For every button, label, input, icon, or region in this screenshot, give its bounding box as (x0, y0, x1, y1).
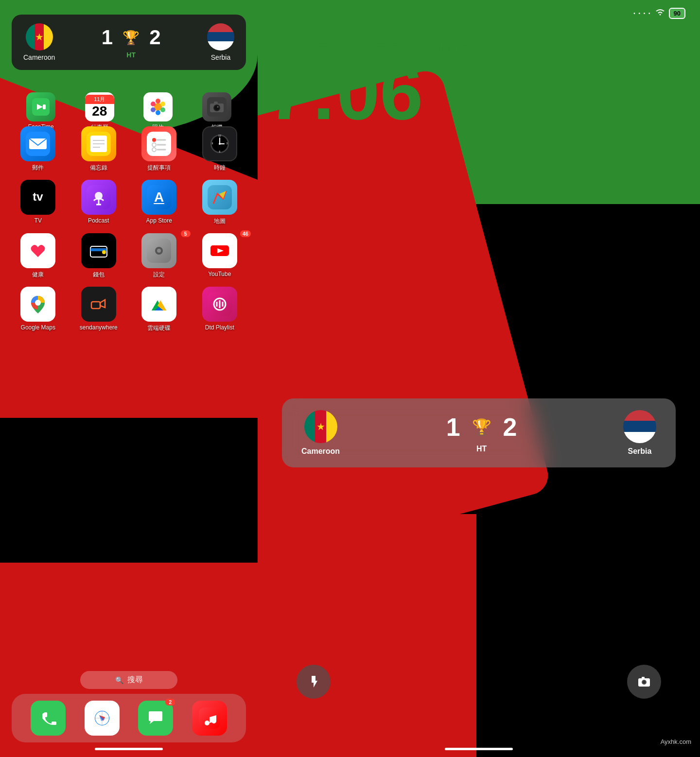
svg-point-24 (152, 138, 156, 142)
svg-point-86 (205, 721, 210, 725)
messages-icon: 2 (138, 701, 173, 736)
mail-icon (20, 126, 55, 161)
safari-dock-item[interactable] (85, 701, 120, 736)
lock-serbia-flag (623, 410, 656, 443)
app-notes[interactable]: 備忘錄 (70, 126, 127, 172)
music-dock-item[interactable] (192, 701, 227, 736)
svg-point-6 (160, 107, 165, 112)
flashlight-button[interactable] (297, 665, 331, 699)
svg-point-35 (219, 143, 221, 145)
app-reminders[interactable]: 提醒事項 (131, 126, 188, 172)
phone-dock-item[interactable] (31, 701, 66, 736)
svg-rect-76 (37, 707, 59, 729)
lock-score2: 2 (503, 413, 517, 442)
mail-label: 郵件 (32, 164, 44, 172)
svg-rect-91 (642, 677, 645, 679)
right-bg-red2 (258, 514, 476, 757)
svg-rect-49 (208, 185, 232, 209)
svg-point-4 (156, 99, 160, 103)
camera-icon-app (202, 92, 231, 121)
photos-icon (143, 92, 173, 121)
lock-score1: 1 (446, 413, 460, 442)
score-widget[interactable]: Cameroon 1 🏆 2 HT Serbia (12, 15, 246, 70)
svg-text:9: 9 (211, 142, 213, 145)
app-health[interactable]: 健康 (10, 233, 67, 279)
status-bar: • • • • 90 (633, 8, 685, 19)
maps-icon (202, 180, 237, 215)
app-wallet[interactable]: 錢包 (70, 233, 127, 279)
app-googlemaps[interactable]: Google Maps (10, 287, 67, 332)
messages-dock-item[interactable]: 2 (138, 701, 173, 736)
score-numbers: 1 🏆 2 (102, 26, 161, 49)
podcast-label: Podcast (88, 217, 109, 224)
app-tv[interactable]: tv TV (10, 180, 67, 225)
appstore-icon: A (141, 180, 176, 215)
bottom-dock: 2 (12, 694, 246, 742)
camera-dock-item[interactable]: 相機 (202, 92, 231, 132)
clock-icon: 12369 (202, 126, 237, 161)
app-podcast[interactable]: Podcast (70, 180, 127, 225)
app-sendanywhere[interactable]: sendanywhere (70, 287, 127, 332)
app-maps[interactable]: 地圖 (192, 180, 248, 225)
serbia-flag (207, 23, 234, 51)
settings-label: 設定 (153, 271, 165, 279)
watermark: Ayxhk.com (657, 736, 695, 747)
lock-team2-name: Serbia (628, 447, 652, 456)
svg-rect-23 (147, 132, 171, 156)
music-icon (192, 701, 227, 736)
svg-point-14 (217, 106, 218, 108)
calendar-dock-item[interactable]: 11月 28 行事曆 (85, 92, 114, 132)
calendar-icon: 11月 28 (85, 92, 114, 121)
maps-label: 地圖 (214, 217, 226, 225)
notes-label: 備忘錄 (90, 164, 107, 172)
signal-dots: • • • • (633, 11, 651, 16)
reminders-label: 提醒事項 (147, 164, 171, 172)
team2: Serbia (207, 23, 234, 61)
app-youtube[interactable]: 46 YouTube (192, 233, 248, 279)
app-appstore[interactable]: A App Store (131, 180, 188, 225)
home-indicator-right (445, 748, 513, 750)
tv-icon: tv (20, 180, 55, 215)
photos-dock-item[interactable]: 照片 (143, 92, 173, 132)
health-icon (20, 233, 55, 268)
cameroon-flag (26, 23, 53, 51)
app-drive[interactable]: 雲端硬碟 (131, 287, 188, 332)
wallet-icon (81, 233, 116, 268)
svg-point-13 (214, 105, 219, 110)
lock-time: 7:06 (267, 53, 423, 131)
left-phone-screen: Cameroon 1 🏆 2 HT Serbia FaceTime 11月 28 (0, 0, 258, 757)
search-bar[interactable]: 🔍 搜尋 (80, 671, 177, 689)
podcast-icon (81, 180, 116, 215)
svg-text:tv: tv (33, 190, 44, 203)
app-settings[interactable]: 5 設定 (131, 233, 188, 279)
app-clock[interactable]: 12369 時鐘 (192, 126, 248, 172)
notes-icon (81, 126, 116, 161)
app-grid: 郵件 備忘錄 提醒事項 12369 時鐘 tv TV (10, 126, 248, 332)
app-mail[interactable]: 郵件 (10, 126, 67, 172)
svg-text:A: A (154, 189, 164, 205)
right-phone-screen: • • • • 90 11月28日 週一・王寅年冬月初五 7:06 Camero… (258, 0, 700, 757)
youtube-icon (202, 233, 237, 268)
lock-controls (258, 665, 700, 699)
svg-rect-64 (87, 292, 111, 316)
safari-icon (85, 701, 120, 736)
svg-rect-2 (43, 104, 46, 109)
svg-point-8 (151, 107, 156, 112)
svg-point-55 (102, 250, 106, 254)
app-dtd[interactable]: Dtd Playlist (192, 287, 248, 332)
googlemaps-label: Google Maps (21, 324, 55, 331)
facetime-dock-item[interactable]: FaceTime (26, 92, 55, 132)
svg-point-5 (160, 102, 165, 106)
search-icon: 🔍 (115, 676, 123, 684)
wifi-icon (655, 9, 665, 18)
lock-team1: Cameroon (301, 410, 340, 456)
settings-badge: 5 (181, 230, 191, 237)
lock-team2: Serbia (623, 410, 656, 456)
svg-text:3: 3 (226, 142, 228, 145)
tv-label: TV (35, 217, 42, 224)
camera-button[interactable] (627, 665, 661, 699)
lock-score-widget[interactable]: Cameroon 1 🏆 2 HT Serbia (282, 398, 676, 467)
lock-score-center: 1 🏆 2 HT (446, 413, 517, 453)
lock-match-status: HT (476, 445, 487, 453)
svg-rect-15 (214, 102, 218, 104)
